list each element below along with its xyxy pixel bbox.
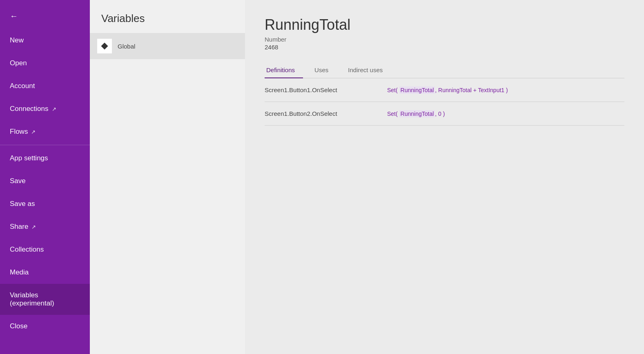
sidebar-item-label: Open bbox=[10, 59, 27, 67]
sidebar-item-close[interactable]: Close bbox=[0, 315, 90, 338]
definition-location: Screen1.Button1.OnSelect bbox=[265, 86, 371, 93]
middle-panel: Variables Global bbox=[90, 0, 245, 354]
sidebar-item-open[interactable]: Open bbox=[0, 52, 90, 75]
sidebar-item-label: Account bbox=[10, 82, 35, 90]
sidebar-item-label: New bbox=[10, 36, 24, 44]
sidebar-item-media[interactable]: Media bbox=[0, 261, 90, 284]
sidebar-item-share[interactable]: Share ↗ bbox=[0, 215, 90, 238]
sidebar-item-flows[interactable]: Flows ↗ bbox=[0, 120, 90, 143]
formula-highlight: RunningTotal bbox=[399, 86, 435, 94]
global-icon bbox=[97, 39, 112, 53]
global-item[interactable]: Global bbox=[90, 33, 245, 59]
sidebar-item-label: Connections bbox=[10, 105, 49, 113]
tab-indirect-uses[interactable]: Indirect uses bbox=[346, 62, 391, 78]
sidebar-item-app-settings[interactable]: App settings bbox=[0, 147, 90, 170]
sidebar-item-label: Variables (experimental) bbox=[10, 291, 80, 308]
sidebar-item-connections[interactable]: Connections ↗ bbox=[0, 97, 90, 120]
sidebar-item-save-as[interactable]: Save as bbox=[0, 192, 90, 215]
svg-rect-0 bbox=[101, 43, 108, 50]
sidebar-item-label: Share bbox=[10, 223, 28, 231]
main-content: RunningTotal Number 2468 Definitions Use… bbox=[245, 0, 644, 354]
sidebar: ← New Open Account Connections ↗ Flows ↗… bbox=[0, 0, 90, 354]
sidebar-item-label: Save bbox=[10, 177, 26, 185]
sidebar-item-variables[interactable]: Variables (experimental) bbox=[0, 284, 90, 315]
tab-uses[interactable]: Uses bbox=[313, 62, 336, 78]
definition-location: Screen1.Button2.OnSelect bbox=[265, 110, 371, 117]
sidebar-item-label: Media bbox=[10, 268, 29, 277]
variable-value: 2468 bbox=[265, 44, 624, 51]
sidebar-item-label: Close bbox=[10, 322, 27, 330]
sidebar-item-label: Flows bbox=[10, 128, 28, 136]
tabs-bar: Definitions Uses Indirect uses bbox=[265, 62, 624, 78]
panel-title: Variables bbox=[90, 0, 245, 33]
formula-highlight: RunningTotal bbox=[399, 110, 435, 117]
sidebar-item-label: Save as bbox=[10, 200, 35, 208]
sidebar-item-save[interactable]: Save bbox=[0, 170, 90, 192]
global-label: Global bbox=[118, 43, 135, 50]
definition-formula[interactable]: Set( RunningTotal, 0 ) bbox=[387, 111, 445, 117]
diamond-icon bbox=[100, 42, 109, 50]
table-row: Screen1.Button1.OnSelect Set( RunningTot… bbox=[265, 78, 624, 102]
tab-definitions[interactable]: Definitions bbox=[265, 62, 303, 78]
back-arrow-icon: ← bbox=[10, 11, 18, 21]
sidebar-item-account[interactable]: Account bbox=[0, 75, 90, 97]
external-link-icon: ↗ bbox=[52, 106, 56, 112]
definition-formula[interactable]: Set( RunningTotal, RunningTotal + TextIn… bbox=[387, 87, 508, 93]
sidebar-item-collections[interactable]: Collections bbox=[0, 238, 90, 261]
external-link-icon: ↗ bbox=[31, 129, 36, 135]
back-button[interactable]: ← bbox=[0, 0, 90, 29]
sidebar-item-label: Collections bbox=[10, 246, 44, 254]
sidebar-item-new[interactable]: New bbox=[0, 29, 90, 52]
external-link-icon: ↗ bbox=[31, 224, 36, 230]
variable-type: Number bbox=[265, 36, 624, 43]
definitions-table: Screen1.Button1.OnSelect Set( RunningTot… bbox=[265, 78, 624, 126]
sidebar-divider bbox=[0, 145, 90, 145]
variable-name: RunningTotal bbox=[265, 16, 624, 33]
sidebar-item-label: App settings bbox=[10, 154, 48, 162]
table-row: Screen1.Button2.OnSelect Set( RunningTot… bbox=[265, 102, 624, 126]
